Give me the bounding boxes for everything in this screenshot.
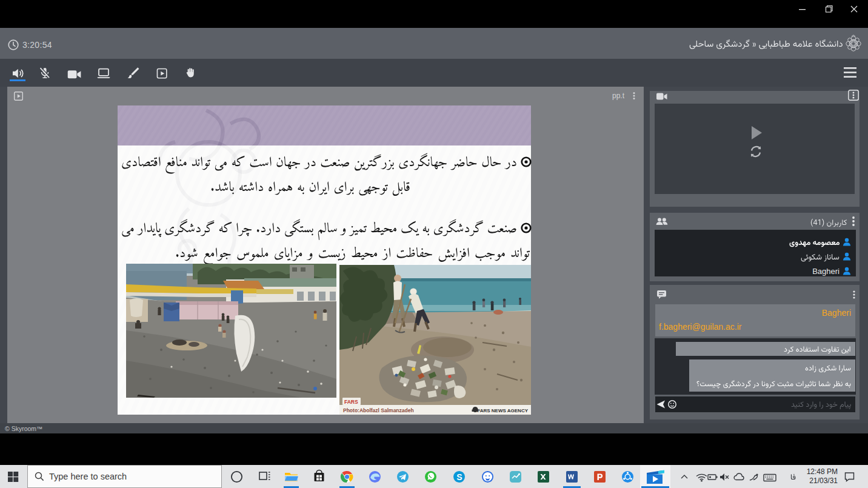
svg-text:FARS NEWS AGENCY: FARS NEWS AGENCY (477, 408, 528, 413)
svg-text:Photo:Abolfazl Salmanzadeh: Photo:Abolfazl Salmanzadeh (343, 407, 414, 413)
svg-text:FARS: FARS (344, 399, 358, 405)
svg-text:S: S (456, 472, 462, 482)
